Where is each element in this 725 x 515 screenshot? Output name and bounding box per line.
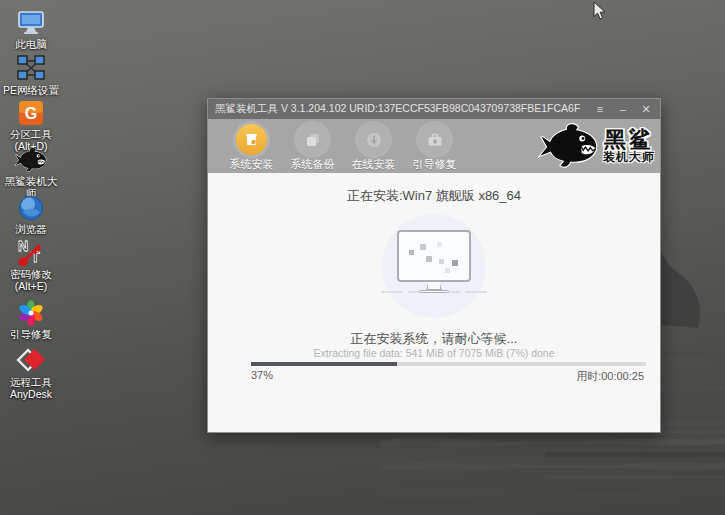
desktop-icon-label2: (Alt+E) [1, 281, 61, 293]
diskgenius-icon: G [1, 96, 61, 126]
desktop: { "desktop": { "icons": [ { "name": "thi… [0, 0, 725, 515]
shark-logo-icon [538, 122, 600, 170]
progress-percent: 37% [251, 369, 273, 381]
progress-bar-fill [251, 362, 397, 366]
desktop-icon-label: 远程工具 [1, 377, 61, 389]
toolbar-button-label: 在线安装 [343, 157, 404, 172]
extract-detail: Extracting file data: 541 MiB of 7075 Mi… [208, 347, 660, 359]
shark-icon [1, 143, 61, 173]
desktop-icon-label: PE网络设置 [1, 85, 61, 97]
anydesk-icon [1, 344, 61, 374]
desktop-icon-label: 引导修复 [1, 329, 61, 341]
svg-text:G: G [25, 105, 37, 122]
install-box-icon [236, 124, 267, 155]
globe-icon [1, 191, 61, 221]
desktop-icon-label: 分区工具 [1, 129, 61, 141]
minimize-button[interactable]: – [616, 99, 630, 119]
wallpaper-ripples [380, 430, 725, 515]
installer-window: 黑鲨装机工具 V 3.1.204.102 URID:137ECCF53FB98C… [207, 98, 661, 433]
desktop-icon-label: 黑鲨装机大 [1, 176, 61, 188]
toolbar-button-label: 系统备份 [282, 157, 343, 172]
computer-icon [1, 6, 61, 36]
brand-subtitle: 装机大师 [603, 151, 655, 164]
toolbar-button-boot-repair[interactable]: 引导修复 [404, 124, 465, 173]
desktop-icon-label: 此电脑 [1, 39, 61, 51]
desktop-icon-anydesk[interactable]: 远程工具 AnyDesk [1, 344, 61, 400]
desktop-icon-boot-repair[interactable]: 引导修复 [1, 296, 61, 341]
close-button[interactable]: ✕ [639, 99, 653, 119]
elapsed-time: 用时:00:00:25 [576, 369, 644, 384]
desktop-icon-browser[interactable]: 浏览器 [1, 191, 61, 236]
monitor-stand-base [419, 290, 449, 293]
toolbox-icon [419, 124, 450, 155]
brand-logo: 黑鲨 装机大师 [538, 119, 655, 173]
monitor-illustration [397, 230, 471, 282]
mouse-cursor [593, 1, 606, 20]
toolbar-button-label: 系统安装 [221, 157, 282, 172]
desktop-icon-label2: AnyDesk [1, 389, 61, 401]
menu-button[interactable]: ≡ [593, 99, 607, 119]
toolbar: 系统安装 系统备份 在线安装 [208, 119, 660, 173]
desktop-icon-label: 密码修改 [1, 269, 61, 281]
svg-text:N: N [18, 238, 28, 254]
toolbar-button-online-install[interactable]: 在线安装 [343, 124, 404, 173]
progress-bar [251, 362, 646, 366]
pinwheel-icon [1, 296, 61, 326]
desktop-icon-label: 浏览器 [1, 224, 61, 236]
desktop-icon-this-pc[interactable]: 此电脑 [1, 6, 61, 51]
network-icon [1, 52, 61, 82]
window-titlebar[interactable]: 黑鲨装机工具 V 3.1.204.102 URID:137ECCF53FB98C… [208, 99, 660, 119]
desktop-icon-password-reset[interactable]: N T 密码修改 (Alt+E) [1, 236, 61, 292]
window-title: 黑鲨装机工具 V 3.1.204.102 URID:137ECCF53FB98C… [215, 102, 580, 116]
nt-password-key-icon: N T [1, 236, 61, 266]
desktop-icon-pe-network[interactable]: PE网络设置 [1, 52, 61, 97]
download-arrow-icon [358, 124, 389, 155]
toolbar-button-system-install[interactable]: 系统安装 [221, 124, 282, 173]
backup-layers-icon [297, 124, 328, 155]
install-progress-panel: 正在安装:Win7 旗舰版 x86_64 正在安装系统，请耐心等候... Ext… [208, 173, 660, 432]
toolbar-button-label: 引导修复 [404, 157, 465, 172]
toolbar-button-system-backup[interactable]: 系统备份 [282, 124, 343, 173]
install-title: 正在安装:Win7 旗舰版 x86_64 [208, 187, 660, 205]
status-message: 正在安装系统，请耐心等候... [208, 330, 660, 348]
brand-name: 黑鲨 [603, 128, 655, 151]
